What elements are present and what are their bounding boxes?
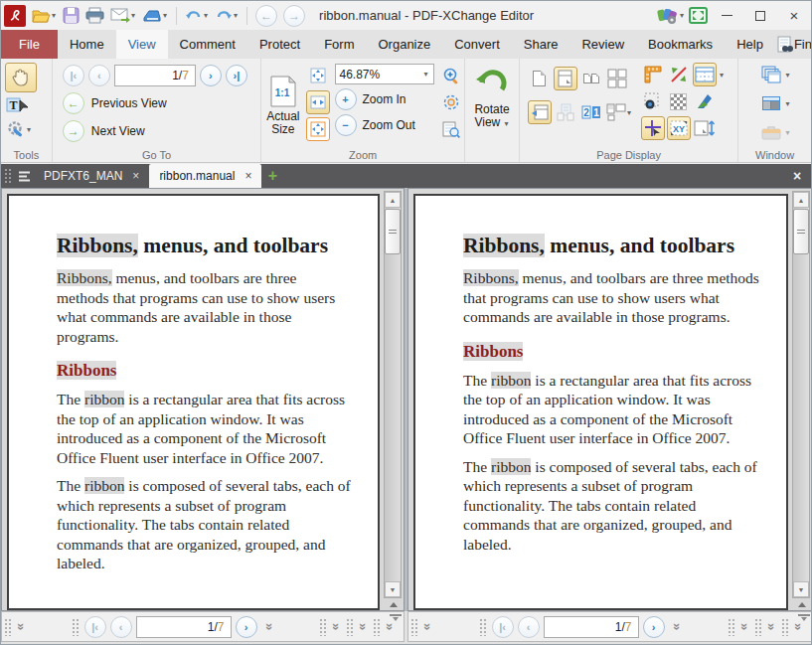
tab-organize[interactable]: Organize xyxy=(366,30,442,59)
split-view-button[interactable] xyxy=(667,63,691,86)
tab-share[interactable]: Share xyxy=(512,30,570,59)
page-numbers-button[interactable]: 21 xyxy=(579,100,603,124)
next-page-button[interactable]: › xyxy=(200,65,222,86)
zoom-tool-button[interactable] xyxy=(439,64,463,87)
scroll-pages-button[interactable] xyxy=(528,100,552,124)
vertical-scrollbar[interactable]: ▲ ▼ xyxy=(384,191,402,598)
page-number-field[interactable]: 1/7 xyxy=(544,616,639,638)
transparency-grid-button[interactable] xyxy=(667,89,691,113)
scrollbar-track[interactable] xyxy=(385,254,401,581)
single-page-button[interactable] xyxy=(528,67,552,90)
pdf-page[interactable]: Ribbons, menus, and toolbars Ribbons, me… xyxy=(413,194,788,610)
facing-pages-button[interactable] xyxy=(554,100,577,124)
page-corner-button[interactable] xyxy=(693,89,717,113)
zoom-in-button[interactable]: + Zoom In xyxy=(335,88,434,110)
tab-protect[interactable]: Protect xyxy=(247,30,312,59)
save-button[interactable] xyxy=(61,4,81,28)
toolbar-grip[interactable] xyxy=(410,618,417,636)
pan-zoom-button[interactable] xyxy=(439,117,463,141)
back-view-button[interactable]: ← xyxy=(253,4,279,28)
cascade-windows-button[interactable] xyxy=(759,63,783,86)
splitter-handle[interactable] xyxy=(388,600,400,609)
toolbar-grip[interactable] xyxy=(346,618,353,636)
vertical-scrollbar[interactable]: ▲ ▼ xyxy=(792,191,810,598)
hand-tool-button[interactable] xyxy=(5,63,37,92)
zoom-level-combobox[interactable]: 46.87% ▾ xyxy=(335,64,434,84)
toolbar-grip[interactable] xyxy=(479,618,486,636)
last-page-button[interactable]: ›| xyxy=(226,65,247,86)
toolbar-overflow-button[interactable]: » xyxy=(420,619,435,635)
first-page-button[interactable]: |‹ xyxy=(63,65,84,86)
ui-options-button[interactable]: ▾ xyxy=(655,4,687,28)
page-transitions-button[interactable] xyxy=(693,63,717,86)
select-text-tool-button[interactable]: T xyxy=(5,95,31,115)
next-page-button[interactable]: › xyxy=(236,616,257,638)
scrollbar-track[interactable] xyxy=(793,254,809,581)
pdf-page[interactable]: Ribbons, menus, and toolbars Ribbons, me… xyxy=(7,194,380,610)
toolbar-grip[interactable] xyxy=(728,618,734,636)
toolbox-button[interactable] xyxy=(759,120,783,144)
page-number-field[interactable]: 1/7 xyxy=(114,65,196,86)
toolbar-grip[interactable] xyxy=(72,618,79,636)
tab-file[interactable]: File xyxy=(1,30,58,59)
two-pages-continuous-button[interactable] xyxy=(605,67,629,90)
toolbar-overflow-button[interactable]: » xyxy=(764,619,779,635)
document-tab-pdfxt6-man[interactable]: PDFXT6_MAN × xyxy=(34,164,149,188)
scrollbar-thumb[interactable] xyxy=(793,209,809,254)
snap-button[interactable] xyxy=(641,89,665,113)
scrollbar-thumb[interactable] xyxy=(385,209,401,254)
fit-page-button[interactable] xyxy=(306,64,330,87)
page-layout-options-button[interactable]: ▾ xyxy=(605,102,633,122)
previous-view-button[interactable]: ← Previous View xyxy=(63,92,256,114)
toolbar-overflow-button[interactable]: » xyxy=(737,619,752,635)
tab-home[interactable]: Home xyxy=(58,30,116,59)
toolbar-grip[interactable] xyxy=(781,618,788,636)
previous-page-button[interactable]: ‹ xyxy=(518,616,540,638)
maximize-button[interactable] xyxy=(743,3,777,29)
tab-close-icon[interactable]: × xyxy=(132,169,139,183)
minimize-button[interactable] xyxy=(710,3,743,29)
tab-form[interactable]: Form xyxy=(312,30,366,59)
continuous-button[interactable] xyxy=(554,67,577,90)
close-button[interactable]: × xyxy=(777,3,811,29)
toolbar-grip[interactable] xyxy=(4,618,11,636)
first-page-button[interactable]: |‹ xyxy=(492,616,514,638)
fullscreen-button[interactable] xyxy=(687,4,710,28)
actual-size-button[interactable]: 1:1 Actual Size xyxy=(265,64,300,146)
toolbar-grip[interactable] xyxy=(754,618,761,636)
toolbar-overflow-button[interactable]: » xyxy=(669,619,684,635)
toolbar-overflow-button[interactable]: » xyxy=(261,619,276,635)
tools-settings-button[interactable]: ▾ xyxy=(5,118,33,140)
forward-view-button[interactable]: → xyxy=(281,4,307,28)
rotate-view-button[interactable]: Rotate View ▾ xyxy=(469,65,515,131)
scroll-up-button[interactable]: ▲ xyxy=(385,192,401,208)
statusbar-splitter-handle[interactable] xyxy=(390,614,402,621)
tabbar-grip[interactable] xyxy=(4,168,11,184)
document-list-button[interactable] xyxy=(14,164,34,188)
toolbar-overflow-button[interactable]: » xyxy=(329,619,344,635)
toolbar-overflow-button[interactable]: » xyxy=(356,619,371,635)
scan-button[interactable]: ▾ xyxy=(140,4,170,28)
splitter-handle[interactable] xyxy=(796,600,808,609)
undo-button[interactable]: ▾ xyxy=(183,4,211,28)
loupe-tool-button[interactable] xyxy=(439,90,463,114)
two-pages-button[interactable] xyxy=(579,67,603,90)
page-size-button[interactable] xyxy=(693,116,717,140)
zoom-out-button[interactable]: − Zoom Out xyxy=(335,114,434,136)
crosshair-tool-button[interactable] xyxy=(641,116,665,140)
next-view-button[interactable]: → Next View xyxy=(63,120,256,142)
new-tab-button[interactable]: + xyxy=(261,164,283,188)
email-button[interactable]: ▾ xyxy=(108,4,138,28)
next-page-button[interactable]: › xyxy=(643,616,665,638)
statusbar-splitter-handle[interactable] xyxy=(798,614,810,621)
print-button[interactable] xyxy=(83,4,106,28)
page-number-field[interactable]: 1/7 xyxy=(136,616,232,638)
scroll-down-button[interactable]: ▼ xyxy=(385,581,401,597)
scroll-down-button[interactable]: ▼ xyxy=(793,581,809,597)
scroll-up-button[interactable]: ▲ xyxy=(793,192,809,208)
previous-page-button[interactable]: ‹ xyxy=(88,65,110,86)
tab-view[interactable]: View xyxy=(116,30,168,59)
tab-convert[interactable]: Convert xyxy=(442,30,512,59)
open-button[interactable]: ▾ xyxy=(30,4,59,28)
previous-page-button[interactable]: ‹ xyxy=(110,616,132,638)
